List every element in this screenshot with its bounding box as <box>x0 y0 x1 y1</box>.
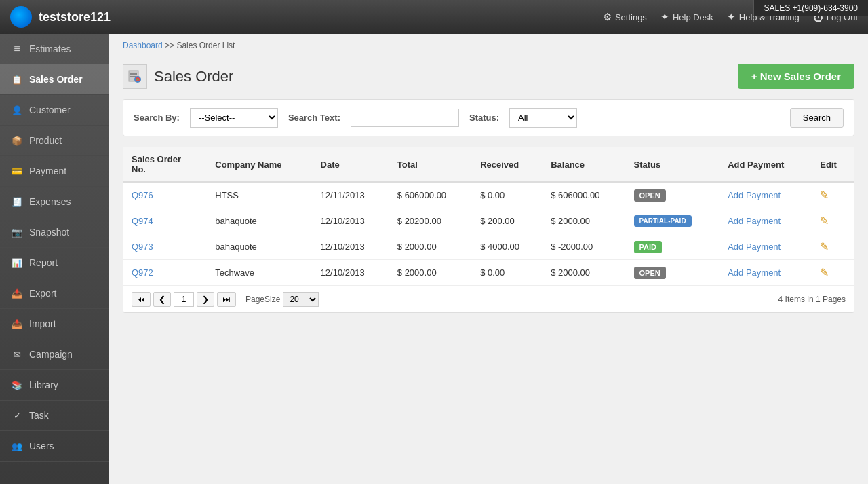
edit-icon-2[interactable]: ✎ <box>820 241 829 253</box>
cell-addpayment-3: Add Payment <box>719 260 812 286</box>
sidebar-label-campaign: Campaign <box>29 349 73 360</box>
sidebar-label-library: Library <box>29 379 58 390</box>
add-payment-link-2[interactable]: Add Payment <box>728 242 781 252</box>
search-bar: Search By: --Select-- Search Text: Statu… <box>123 99 854 136</box>
table-header-row: Sales OrderNo. Company Name Date Total R… <box>123 147 854 182</box>
estimates-icon <box>10 42 24 56</box>
cell-company-0: HTSS <box>207 182 312 208</box>
cell-edit-1: ✎ <box>812 208 854 234</box>
cell-edit-2: ✎ <box>812 234 854 260</box>
order-link-1[interactable]: Q974 <box>132 216 153 226</box>
add-payment-link-1[interactable]: Add Payment <box>728 216 781 226</box>
cell-balance-3: $ 2000.00 <box>542 260 625 286</box>
new-sales-order-button[interactable]: + New Sales Order <box>738 64 854 89</box>
search-by-select[interactable]: --Select-- <box>190 108 278 128</box>
search-button[interactable]: Search <box>790 108 844 128</box>
import-icon <box>10 317 24 331</box>
sidebar-item-campaign[interactable]: Campaign <box>0 339 109 370</box>
cell-addpayment-2: Add Payment <box>719 234 812 260</box>
page-current: 1 <box>174 292 194 307</box>
status-badge-2: PAID <box>634 241 662 253</box>
sidebar-item-library[interactable]: Library <box>0 370 109 401</box>
cell-date-3: 12/10/2013 <box>313 260 389 286</box>
task-icon <box>10 409 24 422</box>
order-link-3[interactable]: Q972 <box>132 267 153 278</box>
cell-received-3: $ 0.00 <box>472 260 542 286</box>
product-icon <box>10 134 24 147</box>
sidebar-label-import: Import <box>29 318 56 329</box>
snapshot-icon <box>10 225 24 239</box>
order-link-0[interactable]: Q976 <box>132 190 153 200</box>
sidebar-label-task: Task <box>29 410 49 421</box>
table-row: Q972 Techwave 12/10/2013 $ 2000.00 $ 0.0… <box>123 260 854 286</box>
cell-balance-1: $ 2000.00 <box>542 208 625 234</box>
sidebar-item-report[interactable]: Report <box>0 248 109 278</box>
cell-total-0: $ 606000.00 <box>389 182 472 208</box>
page-next-button[interactable]: ❯ <box>197 292 214 307</box>
search-by-label: Search By: <box>134 113 180 123</box>
page-prev-button[interactable]: ❮ <box>153 292 171 307</box>
pagination: ⏮ ❮ 1 ❯ ⏭ PageSize 20 50 100 4 Items in … <box>123 286 854 312</box>
cell-edit-0: ✎ <box>812 182 854 208</box>
cell-date-2: 12/10/2013 <box>313 234 389 260</box>
cell-order-no-0: Q976 <box>123 182 207 208</box>
settings-link[interactable]: ⚙ Settings <box>603 11 647 23</box>
sidebar: Estimates Sales Order Customer Product P… <box>0 34 109 484</box>
settings-icon: ⚙ <box>603 11 612 23</box>
cell-order-no-1: Q974 <box>123 208 207 234</box>
sidebar-item-import[interactable]: Import <box>0 309 109 339</box>
cell-received-1: $ 200.00 <box>472 208 542 234</box>
col-header-date: Date <box>313 147 389 182</box>
page-last-button[interactable]: ⏭ <box>217 292 236 307</box>
cell-total-3: $ 2000.00 <box>389 260 472 286</box>
order-link-2[interactable]: Q973 <box>132 242 153 252</box>
col-header-balance: Balance <box>542 147 625 182</box>
col-header-edit: Edit <box>812 147 854 182</box>
sidebar-item-task[interactable]: Task <box>0 401 109 431</box>
cell-date-0: 12/11/2013 <box>313 182 389 208</box>
sidebar-item-customer[interactable]: Customer <box>0 95 109 126</box>
edit-icon-1[interactable]: ✎ <box>820 215 829 227</box>
help-training-icon: ✦ <box>727 11 736 23</box>
sidebar-item-payment[interactable]: Payment <box>0 156 109 187</box>
customer-icon <box>10 103 24 117</box>
svg-rect-1 <box>130 73 137 75</box>
sidebar-item-expenses[interactable]: Expenses <box>0 187 109 217</box>
breadcrumb-home[interactable]: Dashboard <box>123 41 163 50</box>
cell-total-1: $ 20200.00 <box>389 208 472 234</box>
breadcrumb-separator: >> <box>165 41 176 50</box>
cell-status-0: OPEN <box>626 182 720 208</box>
edit-icon-0[interactable]: ✎ <box>820 189 829 201</box>
library-icon <box>10 378 24 392</box>
search-text-input[interactable] <box>351 109 459 127</box>
export-icon <box>10 286 24 300</box>
sidebar-item-export[interactable]: Export <box>0 278 109 309</box>
page-title-icon <box>123 64 147 89</box>
table-row: Q974 bahaquote 12/10/2013 $ 20200.00 $ 2… <box>123 208 854 234</box>
cell-order-no-3: Q972 <box>123 260 207 286</box>
cell-addpayment-0: Add Payment <box>719 182 812 208</box>
col-header-add-payment: Add Payment <box>719 147 812 182</box>
page-title-area: Sales Order <box>123 64 233 89</box>
users-icon <box>10 439 24 453</box>
cell-status-1: PARTIAL-PAID <box>626 208 720 234</box>
salesorder-icon <box>10 73 24 86</box>
payment-icon <box>10 164 24 178</box>
sidebar-item-salesorder[interactable]: Sales Order <box>0 64 109 95</box>
sidebar-item-estimates[interactable]: Estimates <box>0 34 109 64</box>
pagesize-select[interactable]: 20 50 100 <box>283 292 319 307</box>
breadcrumb-current: Sales Order List <box>176 41 235 50</box>
sidebar-item-snapshot[interactable]: Snapshot <box>0 217 109 248</box>
add-payment-link-3[interactable]: Add Payment <box>728 267 781 278</box>
edit-icon-3[interactable]: ✎ <box>820 267 829 278</box>
col-header-status: Status <box>626 147 720 182</box>
page-first-button[interactable]: ⏮ <box>132 292 151 307</box>
add-payment-link-0[interactable]: Add Payment <box>728 190 781 200</box>
status-select[interactable]: All <box>509 108 577 128</box>
help-desk-link[interactable]: ✦ Help Desk <box>660 11 713 23</box>
sidebar-item-users[interactable]: Users <box>0 431 109 462</box>
sidebar-label-report: Report <box>29 257 58 268</box>
sidebar-item-product[interactable]: Product <box>0 126 109 156</box>
sidebar-label-export: Export <box>29 288 56 299</box>
col-header-order-no: Sales OrderNo. <box>123 147 207 182</box>
